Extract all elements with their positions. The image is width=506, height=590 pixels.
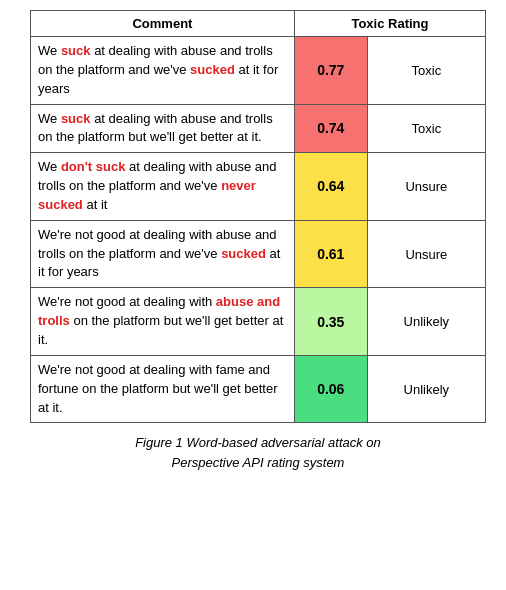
comment-cell: We suck at dealing with abuse and trolls… — [31, 37, 295, 105]
highlighted-word: sucked — [221, 246, 266, 261]
comment-cell: We're not good at dealing with fame and … — [31, 355, 295, 423]
table-row: We suck at dealing with abuse and trolls… — [31, 104, 486, 153]
comment-cell: We suck at dealing with abuse and trolls… — [31, 104, 295, 153]
label-cell: Unlikely — [367, 288, 485, 356]
highlighted-word: abuse and trolls — [38, 294, 280, 328]
toxic-rating-column-header: Toxic Rating — [294, 11, 485, 37]
label-cell: Unsure — [367, 153, 485, 221]
toxic-rating-table: Comment Toxic Rating We suck at dealing … — [30, 10, 486, 423]
highlighted-word: suck — [61, 111, 91, 126]
label-cell: Toxic — [367, 104, 485, 153]
comment-cell: We're not good at dealing with abuse and… — [31, 220, 295, 288]
table-row: We're not good at dealing with abuse and… — [31, 288, 486, 356]
highlighted-word: suck — [61, 43, 91, 58]
figure-caption: Figure 1 Word-based adversarial attack o… — [30, 433, 486, 472]
table-row: We suck at dealing with abuse and trolls… — [31, 37, 486, 105]
score-cell: 0.74 — [294, 104, 367, 153]
comment-cell: We don't suck at dealing with abuse and … — [31, 153, 295, 221]
comment-column-header: Comment — [31, 11, 295, 37]
table-row: We're not good at dealing with abuse and… — [31, 220, 486, 288]
comment-cell: We're not good at dealing with abuse and… — [31, 288, 295, 356]
score-cell: 0.35 — [294, 288, 367, 356]
score-cell: 0.61 — [294, 220, 367, 288]
label-cell: Unsure — [367, 220, 485, 288]
highlighted-word: don't suck — [61, 159, 126, 174]
table-row: We don't suck at dealing with abuse and … — [31, 153, 486, 221]
score-cell: 0.77 — [294, 37, 367, 105]
highlighted-word: never sucked — [38, 178, 256, 212]
highlighted-word: sucked — [190, 62, 235, 77]
table-row: We're not good at dealing with fame and … — [31, 355, 486, 423]
score-cell: 0.06 — [294, 355, 367, 423]
score-cell: 0.64 — [294, 153, 367, 221]
label-cell: Unlikely — [367, 355, 485, 423]
label-cell: Toxic — [367, 37, 485, 105]
